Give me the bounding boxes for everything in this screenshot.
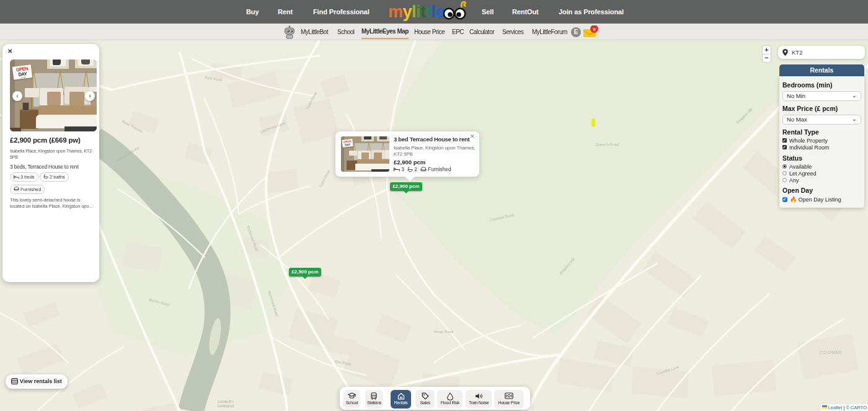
- svg-text:GARDENS: GARDENS: [217, 404, 234, 408]
- svg-text:CANBURY: CANBURY: [218, 400, 234, 404]
- svg-text:Kings Road: Kings Road: [434, 330, 453, 334]
- svg-text:COOMBE: COOMBE: [820, 350, 843, 355]
- svg-text:Queen's Road: Queen's Road: [595, 143, 619, 146]
- svg-text:9: 9: [593, 27, 596, 32]
